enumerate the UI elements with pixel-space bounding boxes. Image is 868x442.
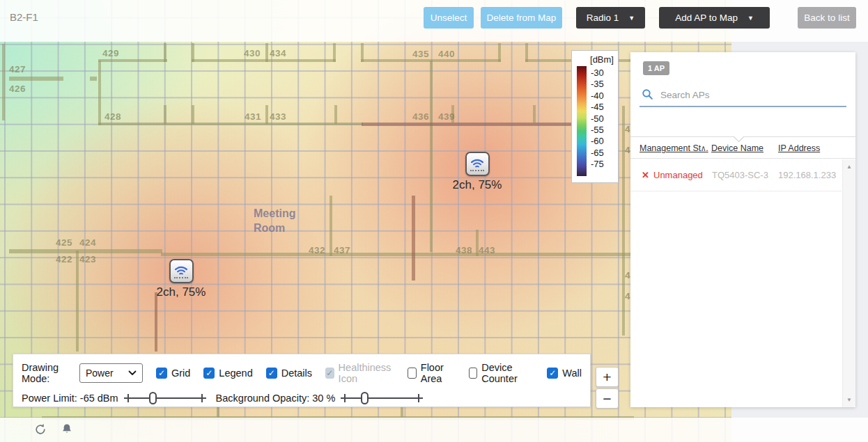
checkbox-healthiness-icon: ✓ Healthiness Icon xyxy=(325,362,394,384)
search-input[interactable] xyxy=(640,86,846,107)
slider-track xyxy=(124,397,206,399)
slider-tick xyxy=(418,394,419,402)
slider-tick xyxy=(201,394,203,402)
room-number: 429 xyxy=(102,48,119,58)
ap-channel-label: 2ch, 75% xyxy=(439,178,516,192)
wall-segment xyxy=(217,407,219,417)
legend-tick: -60 xyxy=(591,136,604,147)
slider-thumb[interactable] xyxy=(149,392,157,404)
checkbox-label: Grid xyxy=(171,368,190,379)
panel-scrollbar[interactable]: ▲ ▼ xyxy=(842,159,855,407)
column-ip-address[interactable]: IP Address xyxy=(778,143,820,153)
checkbox-floor-area[interactable]: ✓ Floor Area xyxy=(408,362,455,384)
dbm-legend: [dBm] -30 -35 -40 -45 -50 -55 -60 -65 -7… xyxy=(571,50,619,183)
ap-icon[interactable] xyxy=(465,152,490,176)
room-number: 434 xyxy=(270,48,286,58)
checkbox-legend[interactable]: ✓ Legend xyxy=(203,368,252,379)
zoom-out-button[interactable]: − xyxy=(596,388,619,409)
room-number: 433 xyxy=(270,111,286,122)
wall-segment xyxy=(98,61,101,125)
wall-segment xyxy=(265,105,268,124)
room-number: 431 xyxy=(245,111,261,122)
footer-bar xyxy=(0,418,868,442)
room-number: 4 xyxy=(625,270,630,281)
checkbox-box: ✓ xyxy=(325,368,334,379)
room-number: 427 xyxy=(9,64,26,74)
search-icon xyxy=(642,88,653,100)
wall-segment xyxy=(164,43,166,62)
checkbox-box: ✓ xyxy=(408,368,416,379)
refresh-icon[interactable] xyxy=(33,423,47,436)
legend-tick-labels: -30 -35 -40 -45 -50 -55 -60 -65 -75 xyxy=(591,66,604,176)
column-device-name[interactable]: Device Name xyxy=(711,143,764,153)
header-bar: B2-F1 Unselect Delete from Map Radio 1 ▼… xyxy=(0,0,868,42)
wall-segment xyxy=(98,59,167,62)
back-to-list-button[interactable]: Back to list xyxy=(798,7,856,29)
wall-segment xyxy=(533,105,536,124)
checkbox-box: ✓ xyxy=(266,368,277,379)
room-number: 4 xyxy=(625,291,630,301)
ip-address: 192.168.1.233 xyxy=(778,170,836,180)
column-management-state[interactable]: Management St... xyxy=(640,143,708,153)
room-number: 424 xyxy=(79,237,96,248)
room-number: 437 xyxy=(334,245,350,255)
drawing-mode-select[interactable]: Power xyxy=(79,363,143,383)
power-limit-slider[interactable] xyxy=(124,391,206,405)
room-number: 425 xyxy=(56,237,72,248)
checkbox-wall[interactable]: ✓ Wall xyxy=(547,368,582,379)
radio-select-button[interactable]: Radio 1 ▼ xyxy=(576,7,645,29)
room-number: 438 xyxy=(456,245,472,255)
zoom-in-button[interactable]: + xyxy=(596,367,619,387)
room-number: 4 xyxy=(625,145,630,155)
wall-segment xyxy=(2,44,5,120)
wall-segment xyxy=(192,105,194,124)
background-opacity-slider[interactable] xyxy=(341,391,423,405)
wall-segment xyxy=(330,196,332,256)
room-number: 4 xyxy=(625,124,630,134)
ap-channel-label: 2ch, 75% xyxy=(143,285,219,299)
search-row xyxy=(640,86,846,107)
checkbox-label: Floor Area xyxy=(421,362,456,384)
legend-tick: -75 xyxy=(591,159,604,170)
ap-marker[interactable]: 2ch, 75% xyxy=(439,152,516,192)
legend-tick: -35 xyxy=(591,79,604,90)
room-number: 423 xyxy=(79,254,96,265)
table-row[interactable]: ✕ Unmanaged TQ5403-SC-3 192.168.1.233 xyxy=(630,159,842,191)
room-number: 443 xyxy=(479,245,495,255)
ap-ports-dots xyxy=(470,170,484,171)
slider-thumb[interactable] xyxy=(361,392,369,404)
chevron-down-icon xyxy=(128,370,137,376)
wall-segment xyxy=(412,196,415,281)
checkbox-grid[interactable]: ✓ Grid xyxy=(156,368,190,379)
room-number: 439 xyxy=(438,111,455,122)
wall-segment xyxy=(334,105,337,124)
ap-list-panel: 1 AP Management St... ∧ Device Name IP A… xyxy=(630,52,855,407)
wall-segment xyxy=(401,407,403,417)
checkbox-device-counter[interactable]: ✓ Device Counter xyxy=(469,362,534,384)
device-name: TQ5403-SC-3 xyxy=(712,170,768,180)
wall-segment xyxy=(9,249,162,253)
wall-segment xyxy=(98,123,363,125)
checkbox-label: Details xyxy=(281,368,312,379)
unselect-button[interactable]: Unselect xyxy=(424,7,474,29)
ap-marker[interactable]: 2ch, 75% xyxy=(143,259,219,299)
checkbox-details[interactable]: ✓ Details xyxy=(266,368,312,379)
delete-from-map-button[interactable]: Delete from Map xyxy=(481,7,562,29)
scroll-down-icon[interactable]: ▼ xyxy=(843,397,855,403)
wall-segment xyxy=(333,43,336,62)
checkbox-label: Healthiness Icon xyxy=(339,362,395,384)
room-number: 430 xyxy=(244,48,261,58)
checkbox-box: ✓ xyxy=(156,368,167,379)
checkbox-label: Legend xyxy=(219,368,252,379)
legend-title: [dBm] xyxy=(577,54,614,65)
ap-ports-dots xyxy=(174,277,188,278)
chevron-down-icon: ▼ xyxy=(628,15,635,22)
room-number: 432 xyxy=(309,245,325,255)
ap-icon[interactable] xyxy=(169,259,194,283)
add-ap-to-map-button[interactable]: Add AP to Map ▼ xyxy=(659,7,770,29)
checkbox-label: Wall xyxy=(562,368,582,379)
notification-bell-icon[interactable] xyxy=(60,423,74,436)
wall-segment xyxy=(164,105,166,124)
scroll-up-icon[interactable]: ▲ xyxy=(843,164,855,170)
table-header-row: Management St... ∧ Device Name IP Addres… xyxy=(630,141,855,159)
